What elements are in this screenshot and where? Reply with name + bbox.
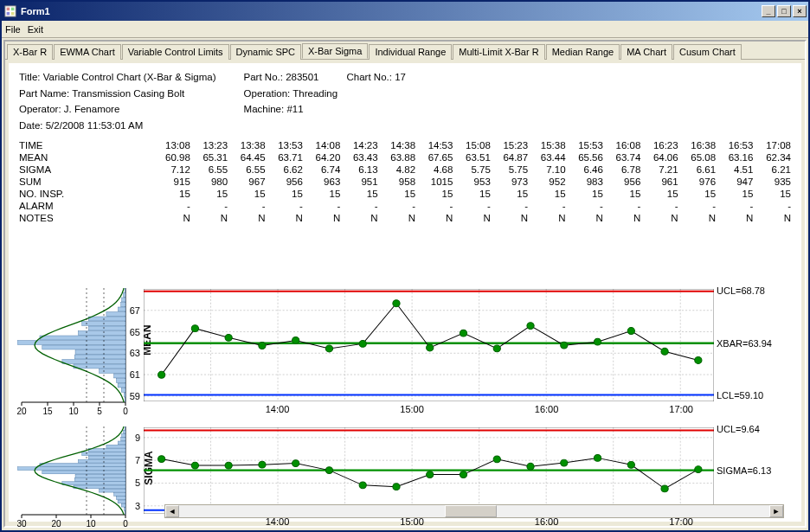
data-cell: N: [305, 213, 340, 223]
titlebar[interactable]: Form1 _ □ ×: [2, 2, 808, 21]
mean-histogram: 20151050: [17, 288, 130, 418]
data-cell: 6.55: [192, 164, 228, 175]
data-cell: 15: [342, 189, 377, 199]
data-cell: 15: [492, 189, 528, 199]
data-cell: 6.55: [229, 164, 265, 175]
title-value: Variable Control Chart (X-Bar & Sigma): [43, 72, 216, 82]
data-cell: N: [530, 213, 565, 223]
cl-label: XBAR=63.94: [717, 338, 772, 349]
mean-limits: UCL=68.78XBAR=63.94LCL=59.10: [717, 288, 793, 402]
data-cell: -: [568, 201, 603, 211]
svg-point-140: [561, 459, 568, 466]
tab-cusum-chart[interactable]: Cusum Chart: [673, 44, 742, 60]
data-cell: 16:38: [680, 140, 716, 151]
svg-rect-4: [11, 12, 15, 16]
maximize-button[interactable]: □: [777, 5, 791, 17]
data-cell: N: [605, 213, 640, 223]
scroll-left-button[interactable]: ◄: [165, 505, 179, 517]
tab-dynamic-spc[interactable]: Dynamic SPC: [230, 44, 301, 60]
data-cell: 5.75: [454, 164, 490, 175]
data-cell: 63.74: [605, 152, 640, 163]
data-cell: 65.56: [568, 152, 603, 163]
minimize-button[interactable]: _: [762, 5, 775, 17]
tab-ma-chart[interactable]: MA Chart: [620, 44, 672, 60]
svg-rect-91: [42, 471, 125, 474]
svg-point-138: [493, 456, 500, 463]
scroll-thumb[interactable]: [445, 505, 497, 517]
svg-point-132: [292, 460, 299, 467]
svg-rect-90: [17, 467, 125, 471]
data-cell: 64.20: [305, 152, 340, 163]
h-scrollbar[interactable]: ◄ ►: [164, 504, 784, 518]
x-tick-label: 15:00: [400, 404, 424, 414]
data-cell: 15: [229, 189, 265, 199]
svg-point-71: [561, 342, 568, 349]
data-cell: 947: [717, 176, 753, 187]
svg-rect-92: [75, 474, 125, 478]
svg-rect-19: [42, 345, 125, 349]
data-cell: 65.08: [680, 152, 716, 163]
tab-median-range[interactable]: Median Range: [546, 44, 620, 60]
data-cell: N: [717, 213, 753, 223]
svg-point-136: [427, 471, 434, 478]
svg-text:5: 5: [97, 407, 102, 416]
data-cell: 63.88: [380, 152, 415, 163]
svg-text:30: 30: [17, 519, 27, 529]
data-row: ALARM-----------------: [19, 201, 791, 211]
menu-file[interactable]: File: [5, 24, 21, 35]
data-cell: 16:23: [642, 140, 678, 151]
data-cell: 63.51: [454, 152, 490, 163]
data-cell: 64.06: [642, 152, 678, 163]
svg-point-130: [225, 462, 232, 469]
menubar: File Exit: [2, 21, 808, 38]
tab-multi-limit-x-bar-r[interactable]: Multi-Limit X-Bar R: [453, 44, 544, 60]
data-row: SUM9159809679569639519581015953973952983…: [19, 176, 791, 187]
tab-ewma-chart[interactable]: EWMA Chart: [54, 44, 121, 60]
data-cell: 15: [680, 189, 716, 199]
svg-point-68: [460, 330, 466, 337]
data-cell: 15: [530, 189, 565, 199]
partname-label: Part Name:: [19, 88, 69, 99]
data-cell: 16:08: [605, 140, 640, 151]
data-cell: 6.46: [568, 164, 603, 175]
data-cell: -: [342, 201, 377, 211]
tab-x-bar-sigma[interactable]: X-Bar Sigma: [302, 43, 368, 59]
svg-text:20: 20: [17, 407, 27, 416]
tab-variable-control-limits[interactable]: Variable Control Limits: [122, 44, 229, 60]
svg-point-60: [191, 325, 198, 332]
tab-individual-range[interactable]: Individual Range: [369, 44, 452, 60]
data-cell: 973: [492, 176, 528, 187]
y-tick-label: 3: [135, 501, 140, 511]
svg-text:10: 10: [68, 407, 79, 416]
partno-label: Part No.:: [244, 72, 283, 82]
data-cell: 15:38: [530, 140, 565, 151]
tab-x-bar-r[interactable]: X-Bar R: [7, 44, 53, 60]
data-cell: 60.98: [154, 152, 190, 163]
svg-rect-16: [78, 331, 125, 336]
data-row: MEAN60.9865.3164.4563.7164.2063.4363.886…: [19, 152, 791, 163]
svg-point-137: [460, 471, 466, 478]
data-cell: N: [380, 213, 415, 223]
data-cell: 15: [267, 189, 303, 199]
data-cell: N: [342, 213, 377, 223]
row-label: NOTES: [19, 213, 152, 223]
data-cell: 13:08: [154, 140, 190, 151]
operation-label: Operation:: [244, 88, 291, 99]
app-window: Form1 _ □ × File Exit X-Bar REWMA ChartV…: [0, 0, 810, 532]
data-cell: 6.74: [305, 164, 340, 175]
data-cell: N: [229, 213, 265, 223]
menu-exit[interactable]: Exit: [28, 24, 43, 35]
data-cell: 956: [267, 176, 303, 187]
data-cell: -: [717, 201, 753, 211]
svg-point-142: [627, 461, 634, 468]
data-cell: -: [530, 201, 565, 211]
svg-point-61: [225, 334, 232, 341]
machine-label: Machine:: [244, 104, 285, 114]
scroll-track[interactable]: [179, 505, 769, 517]
title-label: Title:: [19, 72, 41, 82]
data-cell: 976: [680, 176, 716, 187]
close-button[interactable]: ×: [793, 5, 807, 17]
data-cell: 15: [417, 189, 453, 199]
scroll-right-button[interactable]: ►: [769, 505, 783, 517]
sigma-limits: UCL=9.64SIGMA=6.13LCL=2.62: [717, 426, 793, 515]
